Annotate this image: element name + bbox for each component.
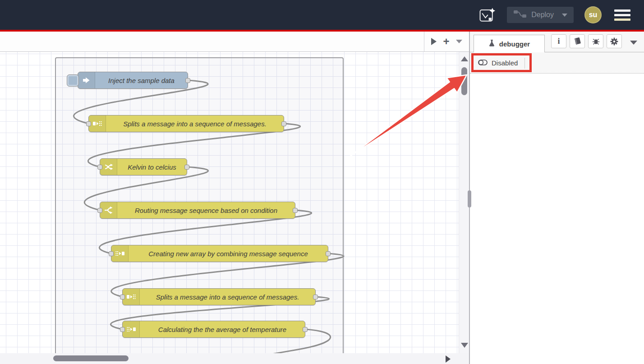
join-icon	[111, 245, 129, 262]
avatar[interactable]: su	[584, 6, 602, 23]
workspace-column: +	[0, 32, 469, 364]
horizontal-scrollbar-thumb[interactable]	[53, 355, 129, 361]
input-port[interactable]	[97, 208, 102, 213]
node-label: Splits a message into a sequence of mess…	[106, 120, 284, 128]
output-port[interactable]	[326, 251, 331, 256]
node-split[interactable]: Splits a message into a sequence of mess…	[122, 288, 316, 305]
bug-icon[interactable]	[588, 34, 603, 48]
deploy-label: Deploy	[531, 11, 554, 19]
node-label: Routing message sequence based on condit…	[117, 207, 295, 214]
flow-tabbar: +	[0, 32, 469, 52]
join-icon	[123, 321, 140, 337]
sidebar: debugger i	[470, 32, 644, 364]
vertical-scrollbar-thumb[interactable]	[461, 67, 467, 95]
node-join[interactable]: Creating new array by combining message …	[111, 245, 328, 262]
tab-debugger[interactable]: debugger	[474, 35, 545, 52]
inject-arrow-icon	[78, 72, 95, 88]
scroll-right-icon[interactable]	[431, 38, 437, 45]
scroll-down-icon[interactable]	[461, 343, 468, 348]
split-icon	[123, 289, 140, 305]
tab-label: debugger	[499, 40, 530, 48]
switch-fork-icon	[100, 202, 117, 218]
canvas-body: Inject the sample data Split	[0, 52, 469, 353]
flow-tabbar-actions: +	[424, 32, 469, 51]
output-port[interactable]	[293, 208, 298, 213]
gear-icon[interactable]	[607, 34, 622, 48]
toggle-off-icon	[478, 59, 488, 67]
inject-trigger-button[interactable]	[67, 74, 79, 87]
debug-disabled-toggle[interactable]: Disabled	[478, 57, 518, 69]
docs-book-icon[interactable]	[570, 34, 585, 48]
sidebar-splitter[interactable]	[469, 32, 470, 364]
output-port[interactable]	[303, 327, 308, 332]
add-flow-icon[interactable]: +	[443, 37, 449, 46]
sidebar-tabbar: debugger i	[470, 32, 644, 52]
split-icon	[89, 115, 106, 132]
output-port[interactable]	[184, 165, 189, 170]
toolbar-divider	[524, 58, 525, 69]
deploy-nodes-icon	[513, 9, 527, 20]
input-port[interactable]	[109, 251, 114, 256]
node-label: Kelvin to celcius	[117, 163, 187, 171]
flow-assistant-icon[interactable]	[478, 6, 496, 23]
deploy-button[interactable]: Deploy	[507, 7, 574, 23]
scroll-up-icon[interactable]	[461, 56, 468, 61]
avatar-initials: su	[589, 11, 598, 19]
debug-toolbar: Disabled	[470, 52, 644, 74]
main-area: +	[0, 32, 644, 364]
app-header: Deploy su	[0, 0, 644, 30]
flow-list-icon[interactable]	[456, 40, 462, 43]
input-port[interactable]	[120, 295, 125, 299]
node-inject[interactable]: Inject the sample data	[78, 72, 188, 89]
output-port[interactable]	[313, 295, 318, 299]
debug-messages-panel[interactable]	[470, 74, 644, 364]
sidebar-toolbar: i	[551, 34, 622, 48]
disabled-label: Disabled	[492, 59, 518, 67]
hamburger-menu-icon[interactable]	[612, 8, 632, 23]
node-label: Calculating the the average of temperatu…	[140, 326, 305, 333]
output-port[interactable]	[185, 78, 190, 83]
info-icon[interactable]: i	[551, 34, 566, 48]
node-change[interactable]: Kelvin to celcius	[100, 158, 187, 175]
flow-canvas[interactable]: Inject the sample data Split	[0, 52, 459, 353]
chevron-down-icon[interactable]	[562, 14, 567, 17]
change-swap-icon	[100, 159, 117, 175]
output-port[interactable]	[281, 121, 286, 126]
scroll-right-icon[interactable]	[446, 355, 451, 363]
chevron-down-icon[interactable]	[630, 41, 637, 45]
node-label: Inject the sample data	[95, 77, 188, 84]
node-join[interactable]: Calculating the the average of temperatu…	[122, 321, 305, 338]
flask-icon	[488, 39, 495, 48]
canvas-horizontal-scrollbar[interactable]	[0, 353, 469, 364]
node-switch[interactable]: Routing message sequence based on condit…	[100, 202, 295, 219]
node-label: Creating new array by combining message …	[129, 250, 328, 258]
input-port[interactable]	[120, 327, 125, 332]
input-port[interactable]	[97, 165, 102, 170]
node-label: Splits a message into a sequence of mess…	[140, 293, 315, 301]
input-port[interactable]	[86, 121, 91, 126]
node-split[interactable]: Splits a message into a sequence of mess…	[88, 115, 284, 132]
splitter-gripper[interactable]	[468, 190, 471, 207]
